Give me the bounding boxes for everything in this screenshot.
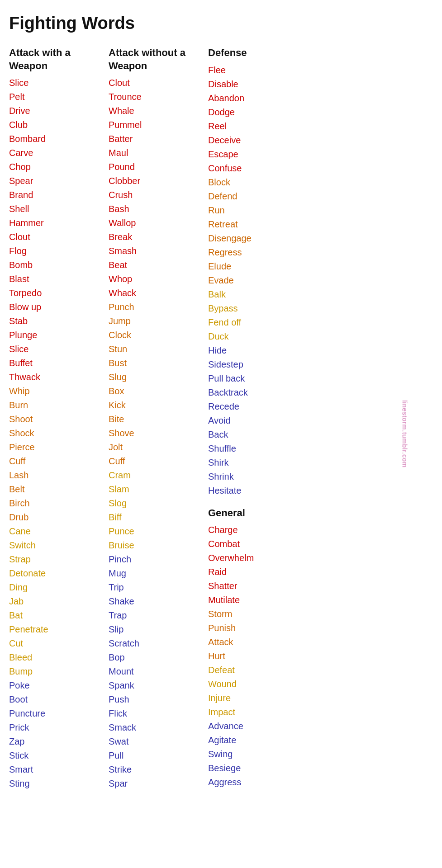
list-item: Pummel <box>109 118 208 132</box>
list-item: Cuff <box>109 454 208 468</box>
list-item: Defend <box>208 189 308 203</box>
list-item: Shatter <box>208 579 308 593</box>
list-item: Bypass <box>208 302 308 316</box>
list-item: Smart <box>9 763 109 777</box>
list-item: Batter <box>109 132 208 146</box>
list-item: Zap <box>9 735 109 749</box>
list-item: Cuff <box>9 454 109 468</box>
list-item: Block <box>208 175 308 189</box>
list-item: Shrink <box>208 470 308 484</box>
watermark: linestorm.tumblr.com <box>401 400 408 467</box>
list-item: Clock <box>109 328 208 342</box>
list-item: Flog <box>9 244 109 258</box>
list-item: Retreat <box>208 217 308 231</box>
list-item: Trounce <box>109 90 208 104</box>
list-item: Slug <box>109 370 208 384</box>
list-item: Backtrack <box>208 386 308 400</box>
list-item: Switch <box>9 538 109 552</box>
list-item: Carve <box>9 146 109 160</box>
list-item: Advance <box>208 719 308 733</box>
list-item: Elude <box>208 259 308 274</box>
list-item: Overwhelm <box>208 551 308 565</box>
list-item: Clout <box>109 76 208 90</box>
list-item: Stab <box>9 314 109 328</box>
list-item: Detonate <box>9 566 109 580</box>
list-item: Crush <box>109 188 208 202</box>
list-item: Slam <box>109 482 208 496</box>
list-item: Hammer <box>9 216 109 230</box>
list-item: Bat <box>9 609 109 623</box>
list-item: Whack <box>109 286 208 300</box>
list-item: Smash <box>109 244 208 258</box>
list-item: Blast <box>9 272 109 286</box>
list-item: Recede <box>208 400 308 414</box>
list-item: Ding <box>9 580 109 594</box>
list-item: Charge <box>208 523 308 537</box>
list-item: Sidestep <box>208 358 308 372</box>
list-item: Avoid <box>208 414 308 428</box>
list-item: Trap <box>109 609 208 623</box>
list-item: Mount <box>109 665 208 679</box>
list-item: Hesitate <box>208 484 308 498</box>
list-item: Punch <box>109 300 208 314</box>
list-item: Slice <box>9 342 109 356</box>
list-item: Aggress <box>208 775 308 789</box>
column-header-defense: Defense <box>208 47 308 60</box>
list-item: Wallop <box>109 216 208 230</box>
list-item: Flee <box>208 63 308 77</box>
list-item: Burn <box>9 398 109 412</box>
list-item: Swing <box>208 747 308 761</box>
list-item: Bop <box>109 651 208 665</box>
column-attack-no-weapon: Attack without a WeaponCloutTrounceWhale… <box>109 47 208 791</box>
list-item: Drub <box>9 510 109 524</box>
list-item: Clobber <box>109 174 208 188</box>
list-item: Strap <box>9 552 109 566</box>
list-item: Punish <box>208 621 308 635</box>
list-item: Whale <box>109 104 208 118</box>
list-item: Boot <box>9 693 109 707</box>
list-item: Spar <box>109 777 208 791</box>
list-item: Slip <box>109 623 208 637</box>
list-item: Flick <box>109 707 208 721</box>
list-item: Sting <box>9 777 109 791</box>
list-item: Injure <box>208 691 308 705</box>
list-item: Defeat <box>208 663 308 677</box>
column-header-attack-no-weapon: Attack without a Weapon <box>109 47 208 72</box>
list-item: Plunge <box>9 328 109 342</box>
list-item: Poke <box>9 679 109 693</box>
list-item: Shirk <box>208 456 308 470</box>
list-item: Bombard <box>9 132 109 146</box>
list-item: Mug <box>109 566 208 580</box>
list-item: Reel <box>208 119 308 133</box>
list-item: Smack <box>109 721 208 735</box>
list-item: Slog <box>109 496 208 510</box>
list-item: Shuffle <box>208 442 308 456</box>
list-item: Cram <box>109 468 208 482</box>
list-item: Pierce <box>9 440 109 454</box>
list-item: Deceive <box>208 133 308 147</box>
list-item: Storm <box>208 607 308 621</box>
list-item: Scratch <box>109 637 208 651</box>
list-item: Run <box>208 203 308 217</box>
list-item: Whop <box>109 272 208 286</box>
list-item: Bite <box>109 412 208 426</box>
list-item: Brand <box>9 188 109 202</box>
list-item: Swat <box>109 735 208 749</box>
list-item: Drive <box>9 104 109 118</box>
list-item: Strike <box>109 763 208 777</box>
list-item: Raid <box>208 565 308 579</box>
list-item: Pull <box>109 749 208 763</box>
list-item: Fend off <box>208 316 308 330</box>
list-item: Attack <box>208 635 308 649</box>
list-item: Torpedo <box>9 286 109 300</box>
list-item: Escape <box>208 147 308 161</box>
list-item: Hide <box>208 344 308 358</box>
list-item: Cane <box>9 524 109 538</box>
list-item: Hurt <box>208 649 308 663</box>
list-item: Pelt <box>9 90 109 104</box>
list-item: Biff <box>109 510 208 524</box>
list-item: Box <box>109 384 208 398</box>
list-item: Whip <box>9 384 109 398</box>
columns-wrapper: Attack with a WeaponSlicePeltDriveClubBo… <box>9 47 433 791</box>
column-defense-general: DefenseFleeDisableAbandonDodgeReelDeceiv… <box>208 47 308 789</box>
